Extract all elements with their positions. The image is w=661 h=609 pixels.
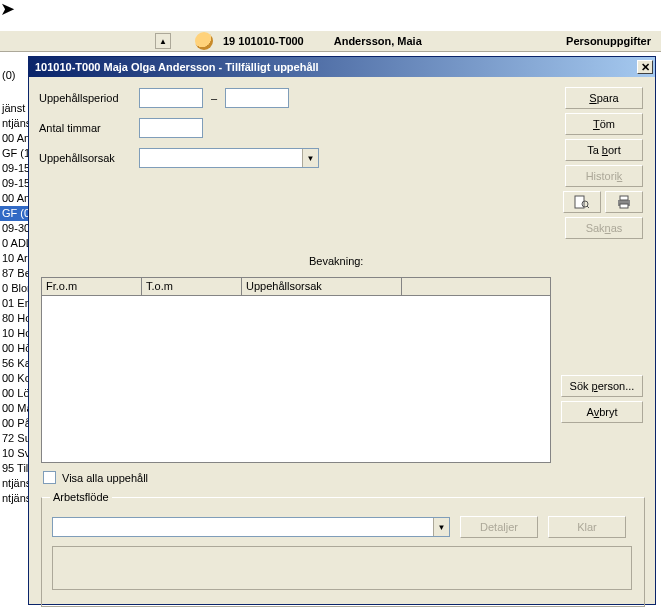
- chevron-down-icon: ▼: [433, 518, 449, 536]
- background-header: ▲ 19 101010-T000 Andersson, Maia Personu…: [0, 30, 661, 52]
- uppehall-table[interactable]: Fr.o.m T.o.m Uppehållsorsak: [41, 277, 551, 463]
- print-button[interactable]: [605, 191, 643, 213]
- th-to: T.o.m: [142, 278, 242, 295]
- th-blank: [402, 278, 550, 295]
- close-button[interactable]: ✕: [637, 60, 653, 74]
- cursor-icon: ➤: [0, 0, 15, 18]
- header-tab[interactable]: Personuppgifter: [566, 35, 651, 47]
- history-button: Historik: [565, 165, 643, 187]
- workflow-panel: [52, 546, 632, 590]
- show-all-checkbox[interactable]: [43, 471, 56, 484]
- printer-icon: [616, 195, 632, 209]
- scroll-up-icon[interactable]: ▲: [155, 33, 171, 49]
- search-person-button[interactable]: Sök person...: [561, 375, 643, 397]
- clear-button[interactable]: Töm: [565, 113, 643, 135]
- details-button: Detaljer: [460, 516, 538, 538]
- label-showall: Visa alla uppehåll: [62, 472, 148, 484]
- chevron-down-icon: ▼: [302, 149, 318, 167]
- workflow-select[interactable]: ▼: [52, 517, 450, 537]
- header-name: Andersson, Maia: [334, 35, 422, 47]
- cancel-button[interactable]: Avbryt: [561, 401, 643, 423]
- cause-select[interactable]: ▼: [139, 148, 319, 168]
- save-button[interactable]: Spara: [565, 87, 643, 109]
- label-cause: Uppehållsorsak: [39, 152, 139, 164]
- preview-button[interactable]: [563, 191, 601, 213]
- period-from-input[interactable]: [139, 88, 203, 108]
- avatar: [195, 32, 213, 50]
- period-dash: –: [211, 92, 217, 104]
- svg-line-2: [587, 206, 589, 208]
- titlebar: 101010-T000 Maja Olga Andersson - Tillfä…: [29, 57, 655, 77]
- workflow-legend: Arbetsflöde: [50, 491, 112, 503]
- done-button: Klar: [548, 516, 626, 538]
- period-to-input[interactable]: [225, 88, 289, 108]
- svg-rect-4: [620, 196, 628, 200]
- th-from: Fr.o.m: [42, 278, 142, 295]
- hours-input[interactable]: [139, 118, 203, 138]
- label-bevakning: Bevakning:: [309, 255, 363, 267]
- delete-button[interactable]: Ta bort: [565, 139, 643, 161]
- table-header: Fr.o.m T.o.m Uppehållsorsak: [42, 278, 550, 296]
- dialog: 101010-T000 Maja Olga Andersson - Tillfä…: [28, 56, 656, 605]
- label-period: Uppehållsperiod: [39, 92, 139, 104]
- document-magnify-icon: [574, 195, 590, 209]
- label-hours: Antal timmar: [39, 122, 139, 134]
- dialog-title: 101010-T000 Maja Olga Andersson - Tillfä…: [35, 61, 319, 73]
- svg-rect-5: [620, 204, 628, 208]
- workflow-group: Arbetsflöde ▼ Detaljer Klar: [41, 497, 645, 607]
- missing-button: Saknas: [565, 217, 643, 239]
- button-column: Spara Töm Ta bort Historik Saknas: [563, 87, 643, 239]
- header-pid: 19 101010-T000: [223, 35, 304, 47]
- th-cause: Uppehållsorsak: [242, 278, 402, 295]
